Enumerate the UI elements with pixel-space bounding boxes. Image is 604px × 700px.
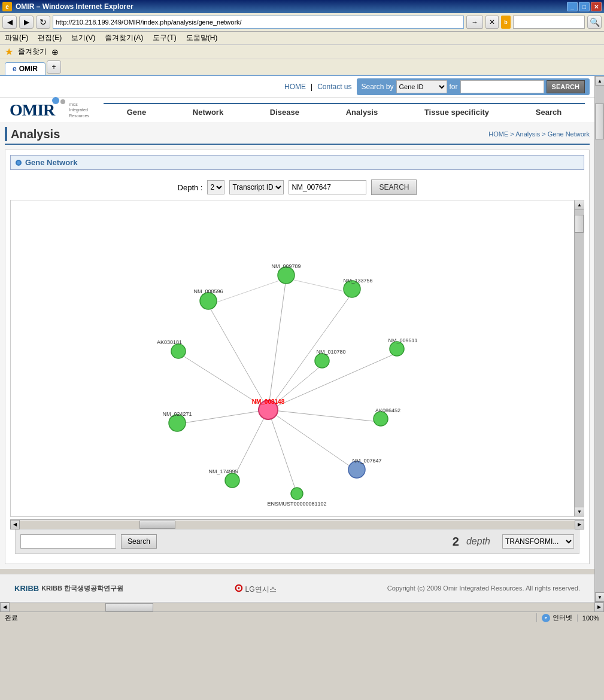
logo-line1: mics (69, 102, 89, 107)
bottom-search-input[interactable] (20, 534, 116, 549)
gene-dropdown[interactable]: TRANSFORMI... (502, 534, 574, 549)
node-008596[interactable] (200, 293, 217, 309)
vscroll-thumb[interactable] (595, 104, 604, 139)
back-button[interactable]: ◀ (2, 16, 17, 29)
id-type-select[interactable]: Transcript ID Gene ID (229, 180, 284, 194)
node-009511[interactable] (390, 342, 404, 356)
transcript-input[interactable] (289, 180, 366, 194)
node-010780[interactable] (315, 354, 329, 368)
hscroll-thumb[interactable] (139, 521, 175, 529)
label-ensmust: ENSMUST00000081102 (267, 501, 326, 507)
vscroll-down-arrow[interactable]: ▼ (595, 592, 604, 602)
bing-search-input[interactable] (513, 16, 585, 29)
favorites-add-icon[interactable]: ⊕ (51, 47, 59, 57)
network-vscrollbar: ▲ ▼ (574, 200, 584, 516)
node-ak030181[interactable] (171, 344, 186, 358)
label-133756: NM_133756 (343, 278, 372, 284)
page-hscroll-left[interactable]: ◀ (0, 602, 10, 612)
edge-008596 (208, 305, 268, 410)
url-input[interactable] (53, 16, 464, 29)
bing-icon: b (501, 16, 511, 29)
nav-search[interactable]: Search (531, 106, 566, 118)
favorites-star-icon: ★ (5, 46, 13, 57)
page-hscroll-thumb[interactable] (105, 603, 153, 611)
close-button[interactable]: ✕ (591, 2, 602, 11)
edge-024271 (180, 410, 268, 424)
contact-link[interactable]: Contact us (317, 83, 351, 91)
window-controls: _ □ ✕ (567, 2, 602, 11)
logo-line3: Resources (69, 113, 89, 118)
search-button-main[interactable]: SEARCH (371, 179, 417, 195)
depth-select[interactable]: 2 1 3 (207, 180, 224, 194)
network-scroll-track (575, 210, 584, 507)
search-for-input[interactable] (460, 80, 544, 93)
zone-icon: e (542, 614, 550, 622)
page-hscrollbar: ◀ ▶ (0, 602, 604, 611)
vscroll-up-arrow[interactable]: ▲ (595, 76, 604, 86)
network-scroll-down[interactable]: ▼ (575, 507, 584, 516)
edge-ak086452 (268, 410, 379, 422)
zoom-text: 100% (582, 614, 599, 622)
search-by-select[interactable]: Gene ID Transcript ID Gene Name (396, 80, 447, 93)
page-title-area: Analysis HOME > Analysis > Gene Network (5, 127, 590, 145)
lg-label: LG연시스 (245, 585, 277, 594)
favorites-label: 즐겨찾기 (18, 47, 47, 57)
stop-button[interactable]: ✕ (485, 16, 499, 29)
footer-logos: KRIBB KRIBB 한국생명공학연구원 ⊙ LG연시스 Copyright … (5, 579, 590, 597)
edge-009511 (268, 353, 397, 410)
nav-gene[interactable]: Gene (122, 106, 151, 118)
forward-button[interactable]: ▶ (19, 16, 34, 29)
header-search-button[interactable]: SEARCH (547, 80, 585, 93)
section-header: Gene Network (10, 155, 584, 170)
hscroll-left-arrow[interactable]: ◀ (10, 520, 20, 529)
menu-file[interactable]: 파일(F) (5, 33, 28, 43)
minimize-button[interactable]: _ (567, 2, 578, 11)
for-label: for (450, 83, 458, 91)
page-hscroll-right[interactable]: ▶ (594, 602, 604, 612)
breadcrumb: HOME > Analysis > Gene Network (488, 130, 590, 138)
label-009511: NM_009511 (388, 337, 417, 343)
omir-nav: Gene Network Disease Analysis Tissue spe… (104, 103, 585, 118)
lg-circle: ⊙ (234, 582, 243, 594)
menu-tools[interactable]: 도구(T) (153, 33, 176, 43)
new-tab-button[interactable]: + (47, 60, 61, 74)
browser-content: HOME | Contact us Search by Gene ID Tran… (0, 76, 604, 602)
node-ak086452[interactable] (374, 412, 388, 426)
search-go-button[interactable]: 🔍 (587, 16, 602, 29)
window-title: OMIR – Windows Internet Explorer (16, 2, 567, 11)
go-button[interactable]: → (466, 16, 483, 29)
nav-network[interactable]: Network (188, 106, 228, 118)
menu-favorites[interactable]: 즐겨찾기(A) (105, 33, 143, 43)
bottom-search-bar: Search 2 depth TRANSFORMI... (15, 529, 579, 554)
bottom-search-button[interactable]: Search (121, 534, 157, 549)
nav-disease[interactable]: Disease (265, 106, 304, 118)
node-009789[interactable] (278, 267, 295, 284)
section-dot-icon (16, 160, 22, 166)
home-link[interactable]: HOME (284, 83, 306, 91)
toolbar: ◀ ▶ ↻ → ✕ b 🔍 (0, 13, 604, 32)
page-title: Analysis (5, 127, 60, 141)
refresh-button[interactable]: ↻ (36, 16, 50, 29)
menu-help[interactable]: 도움말(H) (186, 33, 218, 43)
tab-omir[interactable]: e OMIR (5, 62, 45, 75)
search-by-bar: Search by Gene ID Transcript ID Gene Nam… (357, 78, 590, 95)
node-024271[interactable] (169, 415, 186, 431)
node-ensmust[interactable] (291, 488, 303, 500)
hscroll-right-arrow[interactable]: ▶ (575, 520, 584, 529)
network-svg: NM_008148 NM_009789 NM_133756 NM_008596 … (11, 200, 567, 517)
copyright: Copyright (c) 2009 Omir Integrated Resou… (387, 585, 580, 592)
node-174995[interactable] (225, 473, 239, 488)
menu-view[interactable]: 보기(V) (71, 33, 95, 43)
nav-tissue[interactable]: Tissue specificity (420, 106, 494, 118)
nav-analysis[interactable]: Analysis (341, 106, 383, 118)
network-graph-area: NM_008148 NM_009789 NM_133756 NM_008596 … (10, 200, 584, 517)
network-scroll-thumb[interactable] (575, 215, 584, 233)
main-content-area: HOME | Contact us Search by Gene ID Tran… (0, 76, 594, 602)
bubble-blue (52, 97, 59, 104)
network-scroll-up[interactable]: ▲ (575, 200, 584, 210)
menu-edit[interactable]: 편집(E) (38, 33, 62, 43)
maximize-button[interactable]: □ (579, 2, 590, 11)
tab-label: OMIR (19, 65, 38, 73)
label-ak030181: AK030181 (157, 339, 182, 345)
node-007647[interactable] (348, 461, 365, 478)
